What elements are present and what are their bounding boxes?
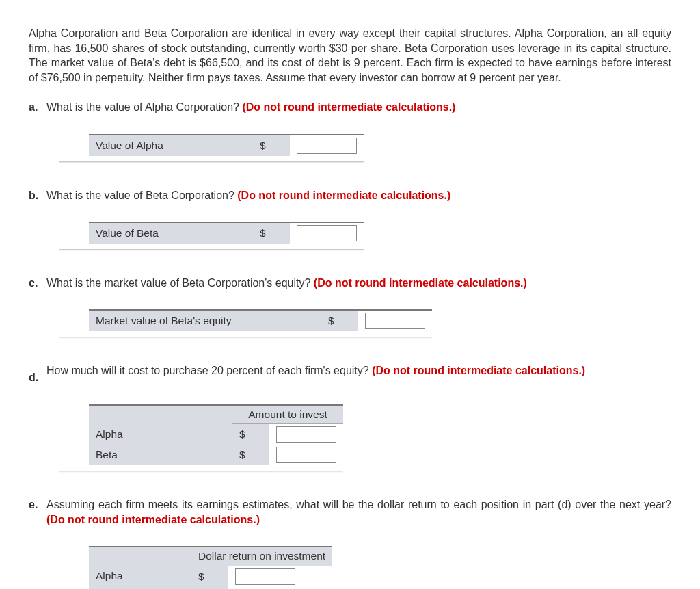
blank-header bbox=[89, 405, 232, 424]
table-shadow bbox=[59, 249, 364, 251]
invest-beta-input[interactable] bbox=[276, 447, 336, 463]
question-e: e. Assuming each firm meets its earnings… bbox=[29, 497, 671, 589]
market-value-beta-equity-input[interactable] bbox=[365, 313, 425, 329]
question-body: How much will it cost to purchase 20 per… bbox=[46, 365, 372, 376]
question-body: Assuming each firm meets its earnings es… bbox=[46, 499, 671, 510]
question-body: What is the market value of Beta Corpora… bbox=[46, 277, 314, 289]
question-a: a. What is the value of Alpha Corporatio… bbox=[29, 100, 671, 172]
instruction: (Do not round intermediate calculations.… bbox=[237, 189, 450, 201]
currency-symbol: $ bbox=[232, 424, 269, 445]
answer-table-e: Dollar return on investment Alpha $ Beta… bbox=[89, 546, 332, 589]
answer-table-a: Value of Alpha $ bbox=[89, 134, 364, 156]
question-body: What is the value of Beta Corporation? bbox=[46, 189, 237, 201]
table-shadow bbox=[59, 161, 364, 163]
value-alpha-input[interactable] bbox=[297, 138, 357, 154]
answer-table-d: Amount to invest Alpha $ Beta $ bbox=[89, 404, 343, 466]
question-text: How much will it cost to purchase 20 per… bbox=[46, 363, 671, 378]
blank-header bbox=[89, 547, 191, 566]
instruction: (Do not round intermediate calculations.… bbox=[46, 514, 260, 525]
currency-symbol: $ bbox=[191, 566, 228, 588]
column-header: Amount to invest bbox=[232, 405, 343, 424]
currency-symbol: $ bbox=[321, 310, 358, 331]
question-body: What is the value of Alpha Corporation? bbox=[46, 101, 242, 113]
return-alpha-input[interactable] bbox=[235, 568, 295, 585]
question-b: b. What is the value of Beta Corporation… bbox=[29, 188, 671, 261]
row-label: Market value of Beta's equity bbox=[89, 310, 321, 331]
row-label: Alpha bbox=[89, 424, 232, 445]
currency-symbol: $ bbox=[253, 135, 290, 156]
instruction: (Do not round intermediate calculations.… bbox=[314, 277, 527, 289]
invest-alpha-input[interactable] bbox=[276, 426, 336, 443]
question-d: d. How much will it cost to purchase 20 … bbox=[29, 363, 671, 482]
currency-symbol: $ bbox=[232, 445, 269, 465]
answer-table-b: Value of Beta $ bbox=[89, 222, 364, 244]
instruction: (Do not round intermediate calculations.… bbox=[372, 365, 585, 376]
question-letter: e. bbox=[29, 497, 46, 512]
row-label: Beta bbox=[89, 445, 232, 465]
question-text: What is the market value of Beta Corpora… bbox=[46, 276, 671, 291]
currency-symbol: $ bbox=[253, 222, 290, 244]
column-header: Dollar return on investment bbox=[191, 547, 332, 566]
value-beta-input[interactable] bbox=[297, 225, 357, 241]
question-text: What is the value of Beta Corporation? (… bbox=[46, 188, 671, 203]
instruction: (Do not round intermediate calculations.… bbox=[242, 101, 455, 113]
question-c: c. What is the market value of Beta Corp… bbox=[29, 276, 671, 348]
question-letter: c. bbox=[29, 276, 46, 291]
answer-table-c: Market value of Beta's equity $ bbox=[89, 309, 432, 331]
table-shadow bbox=[59, 471, 343, 473]
row-label: Alpha bbox=[89, 566, 191, 588]
row-label: Value of Alpha bbox=[89, 135, 253, 156]
question-letter: d. bbox=[29, 363, 46, 385]
problem-intro: Alpha Corporation and Beta Corporation a… bbox=[29, 26, 671, 85]
question-text: What is the value of Alpha Corporation? … bbox=[46, 100, 671, 115]
table-shadow bbox=[59, 337, 432, 339]
question-letter: a. bbox=[29, 100, 46, 115]
question-text: Assuming each firm meets its earnings es… bbox=[46, 497, 671, 527]
row-label: Value of Beta bbox=[89, 222, 253, 244]
question-letter: b. bbox=[29, 188, 46, 203]
